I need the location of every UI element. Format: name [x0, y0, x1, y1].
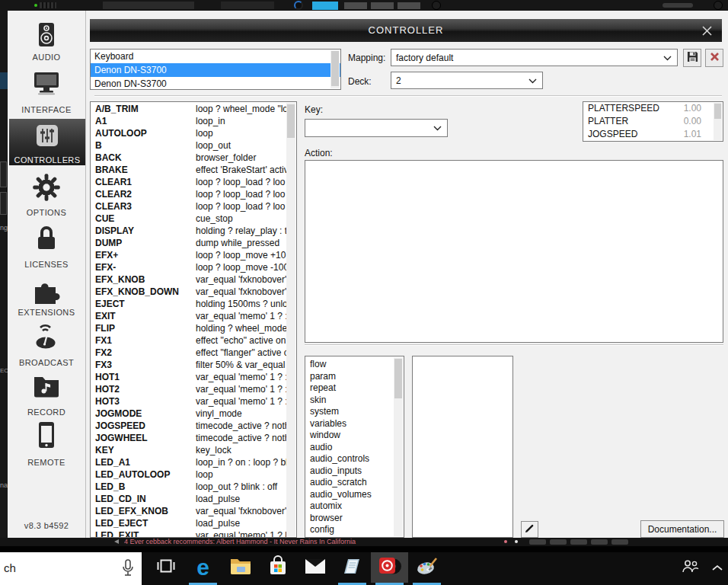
key-row[interactable]: EJECTholding 1500ms ? unlo [91, 298, 286, 310]
close-icon[interactable] [701, 25, 713, 37]
taskbar-item-notepad[interactable] [334, 552, 371, 583]
taskbar-item-virtualdj[interactable] [371, 552, 408, 583]
key-row[interactable]: LED_A1loop_in ? on : loop ? bl [91, 456, 286, 468]
controller-values-list[interactable]: PLATTERSPEED1.00PLATTER0.00JOGSPEED1.01 [583, 101, 723, 142]
key-mapping-list[interactable]: A/B_TRIMloop ? wheel_mode "loA1loop_inAU… [90, 101, 297, 538]
edit-action-button[interactable] [521, 521, 538, 538]
key-row[interactable]: JOGSPEEDtimecode_active ? noth [91, 420, 286, 432]
category-item[interactable]: system [305, 406, 394, 418]
show-hidden-icons-button[interactable] [707, 552, 728, 583]
key-row[interactable]: EXITvar_equal 'memo' 1 ? : [91, 310, 286, 322]
key-row[interactable]: JOGWHEELtimecode_active ? noth [91, 432, 286, 444]
category-item[interactable]: skin [305, 395, 394, 407]
category-item[interactable]: audio [305, 442, 394, 454]
scrollbar-thumb[interactable] [714, 104, 721, 119]
key-row[interactable]: BACKbrowser_folder [91, 152, 286, 164]
microphone-icon[interactable] [120, 558, 136, 582]
key-list-scrollbar[interactable] [286, 103, 295, 536]
mapping-combo[interactable]: factory default [391, 49, 678, 66]
key-row[interactable]: FX1effect "echo" active on [91, 334, 286, 347]
sidebar-item-licenses[interactable] [8, 225, 85, 254]
sidebar-item-broadcast[interactable] [8, 323, 85, 353]
scrollbar-thumb[interactable] [287, 104, 295, 138]
key-row[interactable]: CLEAR3loop ? loop_load ? loo [91, 200, 286, 213]
key-row[interactable]: AUTOLOOPloop [91, 127, 286, 139]
category-item[interactable]: audio_volumes [305, 489, 394, 501]
action-category-list[interactable]: flowparamrepeatskinsystemvariableswindow… [305, 356, 404, 538]
key-row[interactable]: DUMPdump while_pressed [91, 237, 286, 249]
scrollbar-thumb[interactable] [394, 359, 402, 398]
delete-mapping-button[interactable] [705, 49, 723, 67]
device-list[interactable]: KeyboardDenon DN-S3700Denon DN-S3700 [90, 49, 341, 90]
key-row[interactable]: EFX-loop ? loop_move -100 [91, 261, 286, 273]
category-item[interactable]: window [305, 430, 394, 442]
save-mapping-button[interactable] [683, 49, 701, 67]
key-row[interactable]: LED_EJECTload_pulse [91, 517, 286, 529]
device-item[interactable]: Denon DN-S3700 [91, 63, 340, 77]
taskbar-item-paint[interactable] [408, 552, 445, 583]
key-row[interactable]: EFX+loop ? loop_move +10 [91, 249, 286, 261]
key-row[interactable]: CUEcue_stop [91, 213, 286, 225]
documentation-button[interactable]: Documentation... [640, 520, 724, 538]
category-item[interactable]: audio_scratch [305, 477, 394, 489]
category-item[interactable]: audio_inputs [305, 465, 394, 478]
device-item[interactable]: Denon DN-S3700 [91, 77, 340, 90]
key-row[interactable]: A/B_TRIMloop ? wheel_mode "lo [91, 103, 286, 115]
key-row[interactable]: KEYkey_lock [91, 444, 286, 456]
sidebar-item-interface[interactable] [8, 72, 85, 98]
taskbar-item-file-explorer[interactable] [222, 552, 259, 583]
controller-value-row[interactable]: PLATTERSPEED1.00 [583, 102, 714, 115]
device-list-scrollbar[interactable] [330, 50, 340, 88]
key-row[interactable]: A1loop_in [91, 115, 286, 127]
sidebar-item-controllers[interactable]: CONTROLLERS [9, 119, 85, 165]
people-button[interactable] [676, 552, 704, 583]
category-item[interactable]: browser [305, 513, 394, 525]
task-view-button[interactable] [147, 552, 184, 583]
category-scrollbar[interactable] [394, 357, 403, 536]
key-row[interactable]: JOGMODEvinyl_mode [91, 408, 286, 420]
key-row[interactable]: LED_Bloop_out ? blink : off [91, 481, 286, 493]
key-row[interactable]: DISPLAYholding ? relay_play : t [91, 225, 286, 237]
key-row[interactable]: Bloop_out [91, 139, 286, 152]
key-row[interactable]: LED_EXITvar_equal 'memo' 1 ? l [91, 529, 286, 538]
device-item[interactable]: Keyboard [91, 50, 340, 63]
controller-value-row[interactable]: JOGSPEED1.01 [583, 128, 714, 141]
category-item[interactable]: variables [305, 418, 394, 430]
category-item[interactable]: param [305, 371, 394, 383]
key-row[interactable]: EFX_KNOB_DOWNvar_equal 'fxknobover' [91, 286, 286, 298]
key-row[interactable]: LED_CD_INload_pulse [91, 493, 286, 505]
key-row[interactable]: CLEAR1loop ? loop_load ? loo [91, 176, 286, 188]
key-combo[interactable] [305, 119, 448, 137]
key-row[interactable]: BRAKEeffect 'BrakeStart' activ [91, 164, 286, 176]
sidebar-item-options[interactable] [8, 173, 85, 205]
sidebar-item-remote[interactable] [8, 421, 85, 452]
key-row[interactable]: LED_AUTOLOOPloop [91, 468, 286, 481]
category-item[interactable]: repeat [305, 382, 394, 395]
controller-value-row[interactable]: PLATTER0.00 [583, 115, 714, 128]
search-input[interactable]: ch [0, 552, 142, 585]
key-row[interactable]: HOT3var_equal 'memo' 1 ? : [91, 395, 286, 408]
scrollbar-thumb[interactable] [331, 51, 339, 86]
key-row[interactable]: FX2effect "flanger" active o [91, 347, 286, 359]
taskbar-item-store[interactable] [259, 552, 296, 583]
key-row[interactable]: FX3filter 50% & var_equal [91, 359, 286, 371]
key-row[interactable]: HOT1var_equal 'memo' 1 ? : [91, 371, 286, 383]
key-row[interactable]: EFX_KNOBvar_equal 'fxknobover' [91, 273, 286, 286]
taskbar-item-mail[interactable] [296, 552, 334, 583]
category-item[interactable]: automix [305, 500, 394, 513]
sidebar-item-audio[interactable] [8, 22, 85, 51]
sidebar-item-record[interactable] [8, 374, 85, 401]
action-textarea[interactable] [305, 160, 723, 343]
deck-combo[interactable]: 2 [391, 72, 543, 89]
values-scrollbar[interactable] [714, 103, 722, 140]
sidebar-item-extensions[interactable] [8, 279, 85, 308]
key-row[interactable]: FLIPholding ? wheel_mode [91, 322, 286, 334]
key-row[interactable]: HOT2var_equal 'memo' 1 ? : [91, 383, 286, 395]
category-item[interactable]: audio_controls [305, 453, 394, 465]
action-item-list[interactable] [412, 356, 513, 538]
key-row[interactable]: LED_EFX_KNOBvar_equal 'fxknobover' [91, 505, 286, 517]
category-item[interactable]: config [305, 524, 394, 536]
key-row[interactable]: CLEAR2loop ? loop_load ? loo [91, 188, 286, 200]
category-item[interactable]: flow [305, 359, 394, 371]
taskbar-item-edge[interactable]: e [184, 552, 222, 583]
